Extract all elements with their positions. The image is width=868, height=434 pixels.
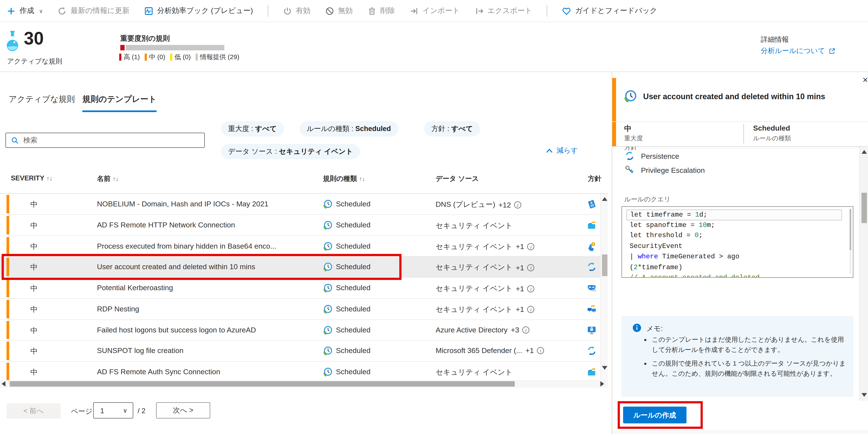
create-button[interactable]: 作成∨ — [6, 6, 43, 16]
learn-more-link[interactable]: 分析ルールについて — [761, 46, 836, 56]
filter-pill-4[interactable]: データ ソース : セキュリティ イベント — [221, 144, 360, 159]
collapse-filters-link[interactable]: 減らす — [546, 146, 578, 156]
filter-pill-3[interactable]: 方針 : すべて — [424, 121, 480, 136]
column-header-severity[interactable]: SEVERITY↑↓ — [11, 174, 53, 182]
column-header-rule-type[interactable]: 規則の種類↑↓ — [323, 174, 365, 183]
row-rule-name: AD FS Remote HTTP Network Connection — [97, 221, 235, 229]
table-vertical-scrollbar[interactable] — [600, 194, 608, 380]
sort-icon: ↑↓ — [359, 175, 365, 182]
severity-chart-title: 重要度別の規則 — [120, 34, 170, 43]
table-row[interactable]: 中AD FS Remote HTTP Network ConnectionSch… — [0, 215, 608, 236]
active-rules-count: 30 — [24, 28, 44, 49]
analytics-workbook-button[interactable]: 分析効率ブック (プレビュー) — [144, 6, 253, 16]
info-icon[interactable]: i — [527, 285, 534, 292]
filter-pill-2[interactable]: ルールの種類 : Scheduled — [300, 121, 398, 136]
note-title: メモ: — [647, 324, 663, 334]
column-header-tactics[interactable]: 方針 — [588, 174, 602, 183]
scheduled-clock-icon — [323, 199, 333, 209]
table-row[interactable]: 中AD FS Remote Auth Sync ConnectionSchedu… — [0, 362, 608, 380]
table-row[interactable]: 中RDP NestingScheduledセキュリティ イベント+1i — [0, 299, 608, 320]
info-icon[interactable]: i — [514, 201, 521, 208]
search-icon — [11, 136, 19, 144]
chevron-down-icon: ∨ — [123, 407, 127, 414]
legend-label: 高 (1) — [124, 53, 140, 62]
legend-item: 高 (1) — [119, 53, 140, 62]
severity-legend: 高 (1)中 (0)低 (0)情報提供 (29) — [119, 53, 239, 62]
table-row[interactable]: 中Potential KerberoastingScheduledセキュリティ … — [0, 278, 608, 299]
previous-page-button[interactable]: < 前へ — [6, 403, 61, 419]
enable-button: 有効 — [283, 6, 311, 16]
panel-footer-strip — [612, 430, 868, 434]
rule-query-box[interactable]: let timeframe = 1d;let spanoftime = 10m;… — [622, 206, 854, 278]
table-row[interactable]: 中User account created and deleted within… — [0, 257, 608, 278]
query-scrollbar[interactable] — [849, 209, 851, 274]
info-icon[interactable]: i — [527, 243, 534, 251]
tactic-label: Privilege Escalation — [641, 166, 705, 174]
panel-rule-type-label: ルールの種類 — [753, 134, 791, 142]
scroll-right-arrow[interactable] — [600, 381, 604, 387]
table-row[interactable]: 中NOBELIUM - Domain, Hash and IP IOCs - M… — [0, 194, 608, 215]
toolbar-item-label: ガイドとフィードバック — [575, 6, 657, 16]
panel-vertical-scrollbar[interactable] — [859, 147, 868, 401]
toolbar-item-label: 作成 — [20, 6, 34, 16]
filter-name: 方針 : — [431, 125, 451, 133]
tab-rule-templates[interactable]: 規則のテンプレート — [82, 94, 157, 105]
scroll-left-arrow[interactable] — [2, 381, 6, 387]
tab-active-rules[interactable]: アクティブな規則 — [9, 94, 75, 105]
info-icon[interactable]: i — [527, 306, 534, 313]
next-page-button[interactable]: 次へ > — [156, 402, 210, 419]
legend-color-marker — [196, 54, 198, 61]
legend-color-marker — [170, 54, 172, 61]
row-source-extra: +3 — [511, 326, 519, 334]
query-line: | where TimeGenerated > ago — [629, 252, 739, 263]
table-row[interactable]: 中SUNSPOT log file creationScheduledMicro… — [0, 341, 608, 362]
column-header-data-source[interactable]: データ ソース — [436, 174, 479, 183]
table-row[interactable]: 中Failed host logons but success logon to… — [0, 320, 608, 341]
scroll-down-arrow[interactable] — [602, 366, 608, 370]
execution-icon — [586, 241, 597, 252]
id-badge-icon — [586, 199, 597, 210]
legend-item: 情報提供 (29) — [196, 53, 240, 62]
close-icon[interactable]: × — [863, 75, 868, 86]
scheduled-clock-icon — [323, 220, 333, 230]
row-severity: 中 — [30, 221, 38, 230]
severity-color-bar — [6, 300, 9, 318]
scroll-down-arrow[interactable] — [862, 393, 867, 397]
table-row[interactable]: 中Process executed from binary hidden in … — [0, 236, 608, 257]
query-line: let threshold = 0; — [629, 231, 703, 241]
row-rule-name: AD FS Remote Auth Sync Connection — [97, 368, 220, 376]
collapse-filters-label: 減らす — [557, 146, 578, 156]
row-source-extra: +12 — [498, 201, 511, 209]
row-rule-type: Scheduled — [336, 305, 371, 313]
row-severity: 中 — [30, 305, 38, 314]
persistence-icon — [586, 262, 597, 272]
learn-more-link-label: 分析ルールについて — [761, 46, 825, 56]
search-input[interactable]: 検索 — [5, 133, 205, 148]
info-icon[interactable]: i — [537, 347, 544, 354]
create-rule-button[interactable]: ルールの作成 — [623, 407, 687, 424]
legend-label: 情報提供 (29) — [200, 53, 240, 62]
row-rule-type: Scheduled — [336, 221, 371, 229]
row-data-source: Microsoft 365 Defender (...+1i — [436, 347, 544, 355]
row-data-source: セキュリティ イベント — [436, 221, 513, 230]
info-icon[interactable]: i — [523, 326, 530, 333]
column-header-name[interactable]: 名前↑↓ — [97, 174, 119, 183]
query-line: (2*timeframe) — [629, 262, 682, 273]
table-horizontal-scrollbar[interactable] — [0, 380, 608, 388]
scrollbar-thumb[interactable] — [602, 255, 608, 276]
page-select[interactable]: 1 ∨ — [93, 402, 133, 419]
row-severity: 中 — [30, 368, 38, 377]
scrollbar-thumb[interactable] — [10, 381, 515, 387]
page-total: / 2 — [137, 407, 146, 415]
severity-color-bar — [6, 321, 9, 339]
scroll-up-arrow[interactable] — [862, 150, 867, 154]
filter-pill-1[interactable]: 重大度 : すべて — [221, 121, 284, 136]
guides-feedback-button[interactable]: ガイドとフィードバック — [562, 6, 657, 16]
toolbar-item-label: 削除 — [380, 6, 395, 16]
severity-color-bar — [6, 216, 9, 234]
info-icon[interactable]: i — [527, 264, 534, 271]
filter-name: データ ソース : — [228, 147, 279, 156]
collection-icon — [586, 220, 597, 230]
scroll-up-arrow[interactable] — [602, 197, 608, 201]
scrollbar-thumb[interactable] — [862, 193, 867, 223]
